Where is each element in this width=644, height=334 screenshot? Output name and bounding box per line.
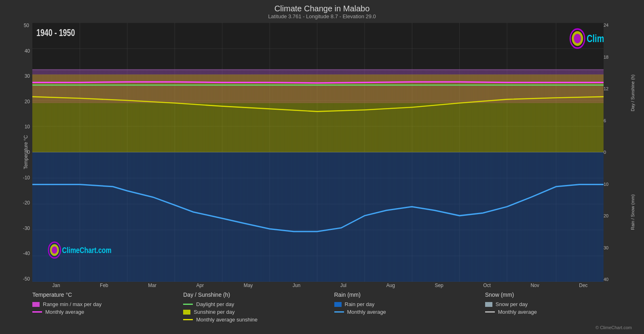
r-tick-30: 30 xyxy=(604,245,608,250)
month-sep: Sep xyxy=(435,283,443,288)
r-tick-18: 18 xyxy=(604,55,608,60)
x-axis: Jan Feb Mar Apr May Jun Jul Aug Sep Oct … xyxy=(8,283,636,288)
legend-sun-per-day-label: Sunshine per day xyxy=(194,309,234,315)
legend-snow-label: Snow per day xyxy=(496,301,528,307)
chart-main: 1940 - 1950 ClimeChart.com ClimeChart.co… xyxy=(32,23,604,282)
legend-daylight-label: Daylight per day xyxy=(196,301,234,307)
svg-rect-34 xyxy=(32,69,604,74)
chart-svg: 1940 - 1950 ClimeChart.com ClimeChart.co… xyxy=(32,23,604,282)
legend-sunshine: Day / Sunshine (h) Daylight per day Suns… xyxy=(183,291,334,323)
month-feb: Feb xyxy=(100,283,108,288)
chart-title: Climate Change in Malabo xyxy=(8,4,636,13)
legend-snow-avg-label: Monthly average xyxy=(498,309,537,315)
month-mar: Mar xyxy=(148,283,156,288)
year-label: 1940 - 1950 xyxy=(36,27,75,38)
legend-snow-title: Snow (mm) xyxy=(485,291,636,298)
y-tick-30: 30 xyxy=(25,73,30,79)
copyright: © ClimeChart.com xyxy=(8,325,636,330)
y-axis-left: Temperature °C 50 40 30 20 10 0 -10 -20 … xyxy=(8,23,32,282)
svg-rect-32 xyxy=(32,74,604,152)
sunshine-swatch xyxy=(183,310,190,315)
y-tick-20: 20 xyxy=(25,99,30,104)
legend-temperature: Temperature °C Range min / max per day M… xyxy=(32,291,183,323)
month-apr: Apr xyxy=(196,283,204,288)
r-tick-6: 6 xyxy=(604,118,606,123)
legend-temp-range-label: Range min / max per day xyxy=(43,301,101,307)
legend-temp-title: Temperature °C xyxy=(32,291,183,298)
page-wrapper: Climate Change in Malabo Latitude 3.761 … xyxy=(0,0,644,334)
legend-sun-avg-label: Monthly average sunshine xyxy=(196,317,258,323)
y-tick-m10: -10 xyxy=(23,175,30,181)
month-jul: Jul xyxy=(340,283,346,288)
legend-temp-avg-label: Monthly average xyxy=(45,309,84,315)
y-axis-left-label: Temperature °C xyxy=(23,135,29,169)
legend-sun-avg: Monthly average sunshine xyxy=(183,317,334,323)
legend-rain-title: Rain (mm) xyxy=(334,291,485,298)
month-aug: Aug xyxy=(386,283,395,288)
month-nov: Nov xyxy=(530,283,539,288)
svg-point-37 xyxy=(574,34,581,43)
month-may: May xyxy=(244,283,253,288)
sun-avg-swatch xyxy=(183,319,193,320)
temp-avg-swatch xyxy=(32,311,42,313)
month-oct: Oct xyxy=(483,283,491,288)
month-jan: Jan xyxy=(52,283,60,288)
r-tick-20: 20 xyxy=(604,213,608,218)
svg-point-40 xyxy=(52,246,57,253)
y-tick-m20: -20 xyxy=(23,200,30,206)
r-tick-12: 12 xyxy=(604,86,608,91)
daylight-swatch xyxy=(183,304,193,305)
legend-sunshine-title: Day / Sunshine (h) xyxy=(183,291,334,298)
svg-rect-33 xyxy=(32,152,604,282)
y-axis-right-rain-label: Rain / Snow (mm) xyxy=(630,194,635,230)
r-tick-0-sun: 0 xyxy=(604,150,606,155)
r-tick-40: 40 xyxy=(604,277,608,282)
y-axis-right-sunshine-label: Day / Sunshine (h) xyxy=(630,74,635,111)
r-tick-24: 24 xyxy=(604,23,608,28)
legend-sun-per-day: Sunshine per day xyxy=(183,309,334,315)
legend-rain-avg: Monthly average xyxy=(334,309,485,315)
temp-range-swatch xyxy=(32,302,40,307)
y-tick-40: 40 xyxy=(25,48,30,54)
legend-snow-per-day: Snow per day xyxy=(485,301,636,307)
legend-snow-avg: Monthly average xyxy=(485,309,636,315)
legend-rain-label: Rain per day xyxy=(345,301,375,307)
month-jun: Jun xyxy=(293,283,300,288)
legend-rain-per-day: Rain per day xyxy=(334,301,485,307)
logo-top-right-text: ClimeChart.com xyxy=(587,33,604,45)
legend-daylight: Daylight per day xyxy=(183,301,334,307)
legend-rain-avg-label: Monthly average xyxy=(347,309,386,315)
y-tick-m40: -40 xyxy=(23,251,30,256)
y-tick-m50: -50 xyxy=(23,276,30,282)
r-tick-10: 10 xyxy=(604,182,608,187)
chart-header: Climate Change in Malabo Latitude 3.761 … xyxy=(8,4,636,19)
snow-avg-swatch xyxy=(485,311,495,313)
legend-snow: Snow (mm) Snow per day Monthly average xyxy=(485,291,636,323)
snow-swatch xyxy=(485,302,492,307)
y-tick-m30: -30 xyxy=(23,226,30,231)
chart-subtitle: Latitude 3.761 - Longitude 8.7 - Elevati… xyxy=(8,13,636,19)
rain-swatch xyxy=(334,302,342,307)
y-tick-10: 10 xyxy=(25,124,30,130)
rain-avg-swatch xyxy=(334,311,344,313)
logo-bottom-left-text: ClimeChart.com xyxy=(62,245,112,255)
legend-area: Temperature °C Range min / max per day M… xyxy=(8,288,636,324)
month-dec: Dec xyxy=(579,283,587,288)
legend-temp-avg: Monthly average xyxy=(32,309,183,315)
y-tick-50: 50 xyxy=(24,23,29,28)
chart-area: Temperature °C 50 40 30 20 10 0 -10 -20 … xyxy=(8,23,636,282)
y-axis-right: Day / Sunshine (h) 24 18 12 6 0 Rain / S… xyxy=(604,23,636,282)
legend-temp-range: Range min / max per day xyxy=(32,301,183,307)
legend-rain: Rain (mm) Rain per day Monthly average xyxy=(334,291,485,323)
